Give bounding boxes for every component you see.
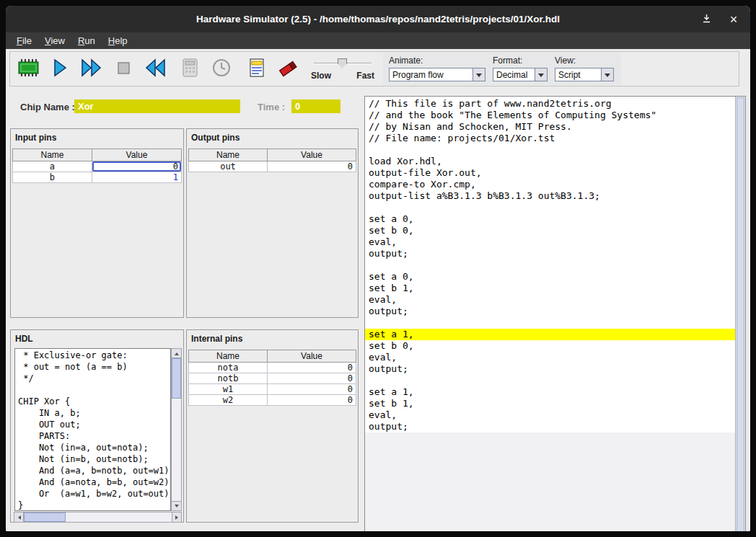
pin-name: a — [13, 161, 92, 172]
pin-value: 0 — [268, 395, 356, 406]
code-line: eval, — [369, 236, 735, 248]
chip-icon — [16, 57, 40, 81]
menu-run[interactable]: Run — [71, 34, 102, 48]
slider-thumb[interactable] — [338, 58, 347, 68]
chevron-down-icon — [472, 68, 485, 81]
code-line: output; — [369, 248, 735, 259]
code-line: OUT out; — [18, 419, 170, 430]
pin-value: 0 — [268, 161, 356, 172]
animate-value: Program flow — [390, 68, 472, 81]
code-line: Not (in=a, out=nota); — [18, 442, 170, 453]
code-line: set a 0, — [369, 271, 735, 283]
scroll-up-icon[interactable] — [172, 349, 181, 358]
format-label: Format: — [493, 56, 548, 66]
pin-row-a: a0 — [13, 161, 182, 172]
clock-button[interactable] — [206, 53, 237, 85]
code-line: set a 0, — [369, 213, 735, 225]
code-line: And (a=nota, b=b, out=w2); — [18, 476, 170, 488]
code-line — [369, 375, 735, 386]
title-bar: Hardware Simulator (2.5) - /home/thomas/… — [6, 6, 750, 32]
code-line: PARTS: — [18, 430, 170, 442]
pin-value[interactable]: 1 — [92, 172, 181, 183]
code-line: output-list a%B3.1.3 b%B3.1.3 out%B3.1.3… — [369, 190, 735, 202]
pin-value[interactable]: 0 — [92, 161, 181, 172]
speed-slider[interactable] — [314, 58, 372, 69]
script-panel: // This file is part of www.nand2tetris.… — [364, 96, 746, 531]
pin-name: nota — [189, 363, 268, 373]
code-line: */ — [18, 373, 170, 384]
view-format-button[interactable] — [240, 53, 272, 85]
calculator-button[interactable] — [174, 53, 206, 85]
internal-pins-title: Internal pins — [187, 330, 358, 346]
hardware-simulator-window: Hardware Simulator (2.5) - /home/thomas/… — [6, 6, 750, 531]
stop-icon — [113, 58, 133, 80]
chevron-down-icon — [535, 68, 547, 81]
scroll-left-icon[interactable] — [14, 512, 24, 522]
column-header-value: Value — [268, 350, 356, 363]
format-select[interactable]: Decimal — [493, 68, 548, 81]
scrollbar-thumb[interactable] — [172, 358, 181, 399]
scroll-down-icon[interactable] — [172, 501, 181, 510]
menu-help[interactable]: Help — [102, 34, 134, 48]
stop-button[interactable] — [107, 53, 139, 85]
load-chip-button[interactable] — [12, 53, 44, 85]
code-line: * out = not (a == b) — [18, 361, 170, 373]
slow-label: Slow — [311, 71, 331, 81]
close-icon: × — [730, 13, 738, 26]
hdl-vertical-scrollbar[interactable] — [171, 348, 182, 511]
code-line: set b 1, — [369, 283, 735, 294]
eraser-icon — [276, 57, 299, 81]
script-view[interactable]: // This file is part of www.nand2tetris.… — [365, 97, 735, 531]
scrollbar-thumb[interactable] — [737, 97, 744, 531]
scrollbar-thumb[interactable] — [24, 512, 66, 522]
code-line: // This file is part of www.nand2tetris.… — [369, 98, 735, 110]
code-line: eval, — [369, 294, 735, 306]
code-line: set b 0, — [369, 225, 735, 236]
pin-row-notb: notb0 — [189, 373, 356, 384]
chip-name-label: Chip Name : — [20, 102, 75, 112]
current-script-line: set a 1, — [365, 329, 735, 340]
script-vertical-scrollbar[interactable] — [735, 97, 745, 531]
minimize-button[interactable] — [698, 12, 714, 27]
window-title: Hardware Simulator (2.5) - /home/thomas/… — [196, 14, 560, 25]
input-pins-title: Input pins — [11, 129, 183, 145]
internal-pins-table: NameValuenota0notb0w10w20 — [188, 350, 356, 406]
pin-name: w1 — [189, 384, 268, 395]
pin-name: out — [189, 161, 268, 172]
column-header-value: Value — [92, 149, 181, 161]
code-line: output; — [369, 306, 735, 317]
close-button[interactable]: × — [726, 12, 742, 27]
code-line: eval, — [369, 409, 735, 421]
hdl-title: HDL — [11, 330, 183, 346]
hdl-panel: HDL * Exclusive-or gate: * out = not (a … — [10, 329, 184, 523]
code-line: // by Nisan and Schocken, MIT Press. — [369, 121, 735, 133]
single-step-button[interactable] — [44, 53, 76, 85]
code-line: * Exclusive-or gate: — [18, 350, 170, 361]
reset-button[interactable] — [139, 53, 171, 85]
column-header-name: Name — [13, 149, 92, 161]
column-header-value: Value — [268, 149, 356, 161]
document-icon — [245, 57, 267, 81]
code-line — [369, 144, 735, 156]
hdl-code-view[interactable]: * Exclusive-or gate: * out = not (a == b… — [14, 348, 171, 511]
pin-value: 0 — [268, 363, 356, 373]
toolbar: Slow Fast Animate: Program flow Format: … — [9, 51, 739, 86]
view-select[interactable]: Script — [555, 68, 614, 81]
pin-value: 0 — [268, 384, 356, 395]
menu-view[interactable]: View — [38, 34, 71, 48]
menu-file[interactable]: File — [10, 34, 38, 48]
hdl-horizontal-scrollbar[interactable] — [14, 512, 182, 523]
pin-row-out: out0 — [189, 161, 356, 172]
animate-select[interactable]: Program flow — [389, 68, 485, 81]
calculator-icon — [179, 57, 201, 81]
menu-bar: File View Run Help — [6, 32, 750, 49]
code-line: load Xor.hdl, — [369, 156, 735, 167]
clear-button[interactable] — [272, 53, 304, 85]
pin-name: notb — [189, 373, 268, 384]
run-button[interactable] — [76, 53, 107, 85]
code-line: IN a, b; — [18, 407, 170, 419]
code-line — [369, 202, 735, 213]
code-line: set b 1, — [369, 398, 735, 409]
scroll-right-icon[interactable] — [172, 512, 181, 522]
fast-label: Fast — [356, 71, 374, 81]
